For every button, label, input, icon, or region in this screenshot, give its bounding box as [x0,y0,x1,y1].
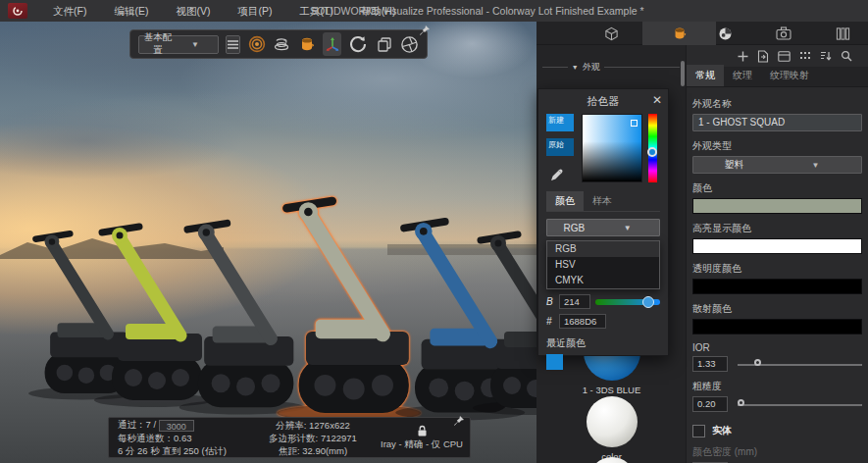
appearance-type-dropdown[interactable]: 塑料 ▼ [692,156,862,174]
polygon-count: 多边形计数: 7122971 [252,432,374,444]
hex-input[interactable]: 1688D6 [559,314,606,329]
recent-colors-label: 最近颜色 [546,336,660,350]
tab-texture[interactable]: 纹理 [724,65,761,86]
horizon-haze [387,244,536,255]
turntable-icon [273,35,290,53]
app-logo[interactable] [8,3,27,19]
saturation-value-field[interactable] [582,114,642,182]
render-viewport[interactable]: 基本配置 ▼ [0,22,536,463]
menu-edit[interactable]: 编辑(E) [100,0,162,22]
status-scene-column: 分辨率: 1276x622 多边形计数: 7122971 焦距: 32.90(m… [252,419,374,457]
appearance-sphere-white [587,396,638,447]
palette-section-header[interactable]: ▼ 外观 [536,61,686,74]
appearance-item-color[interactable]: color [536,396,687,462]
properties-tab-row: 常规 纹理 纹理映射 [687,67,868,87]
slider-thumb[interactable] [754,359,761,366]
color-picker-dialog: 拾色器 ✕ 新建 原始 颜色 样本 RGB ▼ RGB HSV CMYK B 2… [537,88,669,356]
color-mode-dropdown[interactable]: RGB ▼ [546,219,660,236]
transparency-color-swatch[interactable] [692,279,862,294]
tab-color[interactable]: 颜色 [546,191,584,211]
chevron-down-icon: ▼ [775,161,861,170]
copy-tool-button[interactable] [375,32,393,56]
picker-tabs: 颜色 样本 [546,191,660,212]
turntable-button[interactable] [273,32,291,56]
menu-view[interactable]: 视图(V) [162,0,224,22]
cameras-icon [776,26,791,40]
appearance-name-label: 外观名称 [692,97,862,111]
solidworks-visualize-logo-icon [12,5,24,17]
menu-project[interactable]: 项目(P) [224,0,285,22]
resolution: 分辨率: 1276x622 [252,419,374,432]
chevron-down-icon: ▼ [572,64,579,71]
slider-thumb[interactable] [738,399,744,406]
slider-thumb[interactable] [642,296,654,308]
scatter-color-swatch[interactable] [692,319,862,334]
tab-appearances[interactable] [642,22,716,45]
solidworks-visualize-window: { "app": { "title": "SOLIDWORKS Visualiz… [0,0,868,463]
menu-file[interactable]: 文件(F) [39,0,100,22]
recent-color-swatch[interactable] [546,354,563,370]
hue-slider[interactable] [648,114,657,182]
layout-icon[interactable] [778,51,791,62]
highlight-color-swatch[interactable] [692,238,862,254]
tab-environments[interactable] [709,22,740,45]
roughness-slider[interactable] [738,397,862,412]
menu-option-cmyk[interactable]: CMYK [547,273,659,288]
status-progress-column: 通过：7 / 3000 每秒通道数：0.63 6 分 26 秒 直到 250 (… [109,418,252,456]
tab-general[interactable]: 常规 [687,65,724,86]
appearance-name-input[interactable]: 1 - GHOST SQUAD [692,114,862,131]
palette-scrollbar[interactable] [681,61,685,86]
tab-models[interactable] [595,22,627,45]
move-tool-button[interactable] [323,32,341,56]
search-icon[interactable] [841,50,852,62]
vehicle-selected-olive[interactable] [278,201,421,421]
close-icon[interactable]: ✕ [652,93,662,107]
panel-toolbar [687,45,868,67]
statusbar-pin-button[interactable] [452,415,465,428]
toolbar-pin-button[interactable] [418,25,431,37]
appearance-properties-panel: 常规 纹理 纹理映射 外观名称 1 - GHOST SQUAD 外观类型 塑料 … [687,45,868,463]
ior-input[interactable]: 1.33 [692,356,728,372]
tab-swatches[interactable]: 样本 [584,191,621,211]
ior-slider[interactable] [738,357,862,372]
palette-header-label: 外观 [583,61,600,74]
render-aperture-button[interactable] [400,32,419,56]
tab-cameras[interactable] [768,22,799,45]
appearance-item-partial[interactable] [536,457,687,463]
menu-option-hsv[interactable]: HSV [547,257,659,273]
color-field-marker[interactable] [631,120,638,127]
pin-icon [418,25,431,37]
grid-view-icon[interactable] [799,50,811,62]
hue-slider-thumb[interactable] [647,147,657,157]
palette-tab-strip [536,22,868,45]
new-color-swatch[interactable]: 新建 [546,114,574,131]
color-label: 颜色 [692,181,862,195]
menu-bar: 文件(F) 编辑(E) 视图(V) 项目(P) 工具(T) 帮助(H) SOLI… [0,0,868,22]
eyedropper-icon[interactable] [549,168,564,182]
blue-channel-input[interactable]: 214 [559,294,590,309]
config-list-button[interactable] [226,35,240,54]
solid-checkbox[interactable] [692,425,705,437]
blue-channel-slider[interactable] [595,296,660,308]
import-icon[interactable] [757,50,769,63]
colorway-target-button[interactable] [247,32,266,56]
rotate-tool-button[interactable] [348,32,368,56]
transparency-color-label: 透明度颜色 [692,262,862,276]
roughness-input[interactable]: 0.20 [692,396,728,412]
tab-renders[interactable] [827,22,858,45]
add-icon[interactable] [738,51,748,62]
renders-columns-icon [836,26,850,41]
color-swatch[interactable] [692,198,862,214]
dialog-title: 拾色器 [587,94,620,109]
sort-icon[interactable] [820,50,832,62]
render-aperture-icon [400,35,419,54]
tab-texture-mapping[interactable]: 纹理映射 [761,65,818,86]
scatter-color-label: 散射颜色 [692,302,862,316]
paint-bucket-button[interactable] [298,32,317,56]
configuration-dropdown[interactable]: 基本配置 ▼ [138,35,219,54]
original-color-swatch[interactable]: 原始 [546,138,574,156]
menu-option-rgb[interactable]: RGB [547,241,659,257]
dialog-title-bar[interactable]: 拾色器 ✕ [546,89,660,114]
passes-max-input[interactable]: 3000 [159,420,194,432]
passes-label: 通过：7 / [118,419,156,430]
